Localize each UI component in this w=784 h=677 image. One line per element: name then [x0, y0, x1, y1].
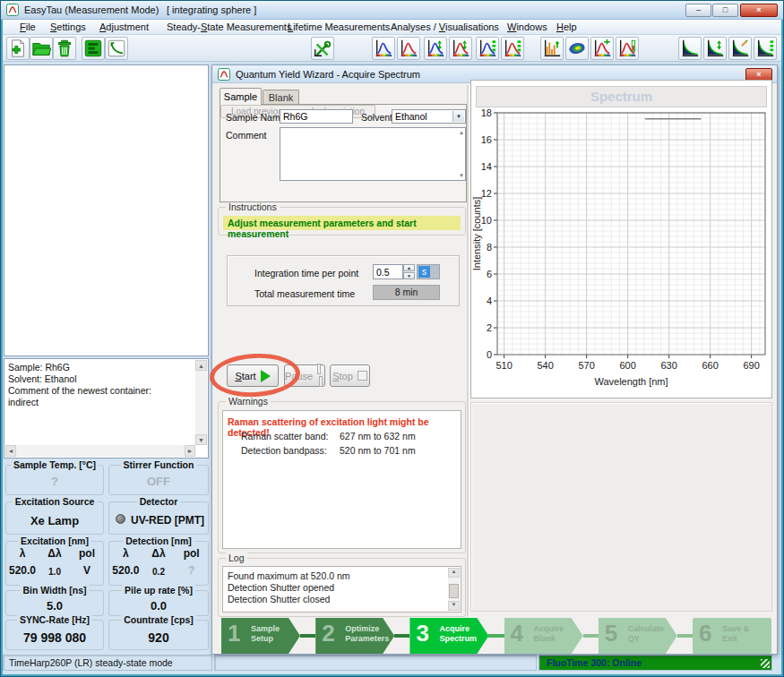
- integration-time-input[interactable]: [373, 264, 403, 279]
- main-window: EasyTau (Measurement Mode) [ integrating…: [0, 0, 784, 677]
- svg-text:690: 690: [743, 360, 759, 371]
- scroll-up-icon[interactable]: ▲: [448, 568, 460, 578]
- spectrum-title: Spectrum: [476, 86, 767, 107]
- pause-button[interactable]: Pause: [284, 364, 325, 387]
- panel-splitter[interactable]: [467, 85, 470, 617]
- custom-measurement-icon[interactable]: [105, 37, 128, 60]
- excitation-pol: V: [71, 564, 103, 577]
- spin-down-icon[interactable]: ▼: [403, 272, 415, 279]
- resize-grip[interactable]: [761, 659, 770, 668]
- menu-item-windows[interactable]: Windows: [504, 21, 550, 33]
- scroll-up-icon[interactable]: ▲: [195, 360, 207, 371]
- info-vertical-scrollbar[interactable]: ▲ ▼: [195, 360, 207, 445]
- scroll-down-icon[interactable]: ▼: [459, 173, 464, 178]
- total-time-label: Total measurement time: [254, 288, 355, 299]
- sample-info-text: Sample: Rh6GSolvent: EthanolComment of t…: [8, 362, 194, 408]
- scroll-down-icon[interactable]: ▼: [195, 434, 207, 445]
- integration-time-stepper[interactable]: ▲ ▼: [403, 264, 415, 279]
- parameters-panel: Integration time per point ▲ ▼ s Total m…: [227, 255, 460, 306]
- start-button[interactable]: Start: [227, 364, 279, 387]
- pileup-rate-panel: Pile up rate [%] 0.0: [108, 590, 209, 616]
- info-line: indirect: [8, 397, 194, 408]
- statusbar-device-mode: TimeHarp260P (LR) steady-state mode: [3, 655, 212, 671]
- menu-item-analyses-visualisations[interactable]: Analyses / Visualisations: [388, 21, 502, 33]
- wizard-step-4[interactable]: 4AcquireBlank: [504, 618, 583, 654]
- spectrum-panel: Spectrum 5105405706006306606900246810121…: [470, 80, 772, 398]
- log-scroll-thumb[interactable]: [449, 584, 459, 598]
- solvent-select[interactable]: Ethanol ▼: [392, 109, 466, 124]
- wizard-step-5[interactable]: 5CalculateQY: [599, 618, 677, 654]
- script-icon[interactable]: [82, 37, 105, 60]
- log-box: Found maximum at 520.0 nmDetection Shutt…: [222, 566, 461, 613]
- blank-result-panel: [470, 402, 772, 612]
- spin-up-icon[interactable]: ▲: [403, 264, 415, 271]
- sample-name-input[interactable]: [280, 109, 353, 124]
- scroll-right-icon[interactable]: ►: [185, 445, 195, 457]
- contour-plot-icon[interactable]: [565, 37, 589, 60]
- stirrer-value: OFF: [109, 475, 208, 488]
- window-title: EasyTau (Measurement Mode): [24, 4, 159, 15]
- svg-text:18: 18: [481, 109, 492, 118]
- decay-series-icon[interactable]: [703, 37, 727, 60]
- emission-3d-icon[interactable]: [501, 37, 524, 60]
- menu-item-settings[interactable]: Settings: [47, 21, 89, 33]
- delete-icon[interactable]: [53, 37, 76, 60]
- adjustment-tools-icon[interactable]: [311, 37, 334, 60]
- measurement-list[interactable]: [4, 64, 209, 356]
- spectrum-plot: 510540570600630660690024681012141618Wave…: [472, 109, 771, 398]
- play-icon: [261, 370, 271, 382]
- total-time-value: 8 min: [373, 285, 440, 300]
- maximize-button[interactable]: □: [712, 4, 738, 17]
- minimize-button[interactable]: –: [685, 4, 711, 17]
- countrate-panel: Countrate [cps] 920: [108, 620, 209, 650]
- decay-icon[interactable]: [678, 37, 702, 60]
- chevron-down-icon[interactable]: ▼: [452, 111, 464, 122]
- emission-cursor-icon[interactable]: [590, 37, 614, 60]
- emission-temperature-icon[interactable]: [616, 37, 639, 60]
- time-trace-icon[interactable]: [540, 37, 564, 60]
- pileup-rate-value: 0.0: [109, 599, 208, 613]
- svg-text:0: 0: [487, 349, 492, 360]
- new-measurement-icon[interactable]: [6, 37, 30, 60]
- step-connector: [677, 634, 693, 638]
- tab-blank[interactable]: Blank: [263, 90, 299, 105]
- excitation-source-value: Xe Lamp: [6, 514, 103, 527]
- wizard-step-2[interactable]: 2OptimizeParameters: [315, 618, 394, 654]
- log-line: Detection Shutter opened: [228, 582, 334, 593]
- decay-3d-icon[interactable]: [754, 37, 777, 60]
- wizard-step-1[interactable]: 1SampleSetup: [221, 618, 300, 654]
- svg-text:14: 14: [481, 161, 492, 172]
- close-button[interactable]: ×: [740, 4, 778, 17]
- excitation-series-icon[interactable]: [424, 37, 447, 60]
- stop-button[interactable]: Stop: [330, 364, 370, 387]
- menu-item-lifetime-measurements[interactable]: Lifetime Measurements: [285, 21, 392, 33]
- quantum-yield-wizard-dialog: Quantum Yield Wizard - Acquire Spectrum …: [211, 64, 778, 655]
- excitation-spectrum-icon[interactable]: [372, 37, 395, 60]
- open-file-icon[interactable]: [30, 37, 53, 60]
- wizard-step-6[interactable]: 6Save &Exit: [693, 618, 771, 654]
- stirrer-panel: Stirrer Function OFF: [108, 465, 209, 495]
- log-line: Detection Shutter closed: [228, 594, 330, 604]
- emission-series-icon[interactable]: [449, 37, 472, 60]
- menu-item-steady-state-measurements[interactable]: Steady-State Measurements: [164, 21, 294, 33]
- menu-item-help[interactable]: Help: [554, 21, 580, 33]
- menu-item-adjustment[interactable]: Adjustment: [97, 21, 151, 33]
- emission-spectrum-icon[interactable]: [397, 37, 420, 60]
- svg-text:600: 600: [619, 360, 635, 371]
- wizard-step-bar: 1SampleSetup2OptimizeParameters3AcquireS…: [221, 618, 771, 654]
- info-horizontal-scrollbar[interactable]: ◄ ►: [5, 445, 195, 457]
- log-scrollbar[interactable]: ▲ ▼: [448, 568, 460, 611]
- anisotropy-icon[interactable]: [728, 37, 752, 60]
- excitation-3d-icon[interactable]: [476, 37, 499, 60]
- scroll-left-icon[interactable]: ◄: [5, 445, 16, 457]
- detection-dlambda: 0.2: [142, 564, 176, 577]
- scroll-down-icon[interactable]: ▼: [448, 601, 460, 611]
- tab-sample[interactable]: Sample: [220, 88, 262, 105]
- svg-text:12: 12: [481, 188, 492, 199]
- comment-textarea[interactable]: [280, 127, 466, 181]
- wizard-step-3[interactable]: 3AcquireSpectrum: [409, 618, 488, 654]
- menu-item-file[interactable]: File: [17, 21, 39, 33]
- integration-unit-select[interactable]: s: [417, 264, 440, 279]
- integration-time-label: Integration time per point: [254, 268, 358, 279]
- scroll-up-icon[interactable]: ▲: [459, 130, 464, 135]
